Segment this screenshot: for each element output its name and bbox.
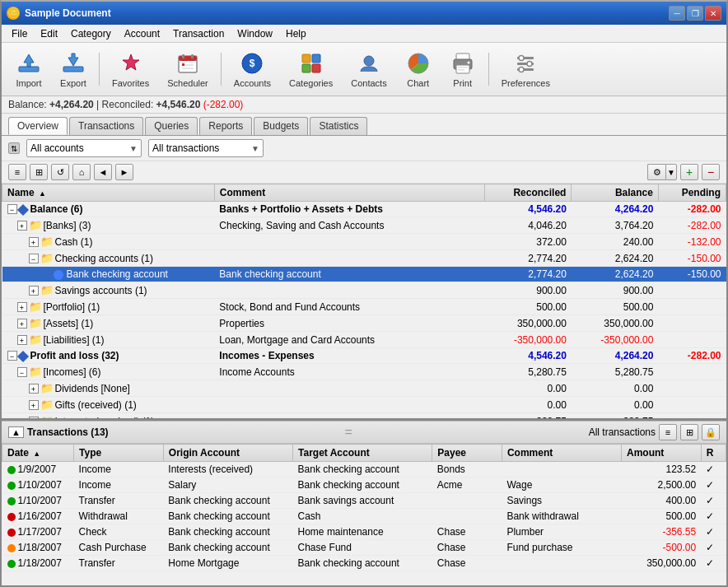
expand-icon[interactable]: +: [17, 302, 27, 312]
expand-icon[interactable]: +: [29, 384, 39, 394]
th-origin[interactable]: Origin Account: [163, 445, 292, 462]
trans-comment: Bank withdrawal: [502, 509, 621, 524]
trans-date: 1/10/2007: [2, 493, 74, 509]
th-type[interactable]: Type: [74, 445, 164, 462]
export-button[interactable]: Export: [53, 46, 94, 92]
close-button[interactable]: ✕: [705, 6, 721, 21]
transaction-row[interactable]: 1/10/2007IncomeSalaryBank checking accou…: [2, 478, 726, 493]
account-row[interactable]: −📁Checking accounts (1)2,774.202,624.20-…: [2, 250, 726, 267]
favorites-button[interactable]: Favorites: [105, 46, 156, 92]
account-row[interactable]: +📁[Banks] (3)Checking, Saving and Cash A…: [2, 217, 726, 234]
home-button[interactable]: ⌂: [72, 164, 91, 180]
restore-button[interactable]: ❐: [687, 6, 703, 21]
trans-lock-btn[interactable]: 🔒: [702, 424, 720, 440]
account-row[interactable]: −Balance (6)Banks + Portfolio + Assets +…: [2, 202, 726, 217]
settings-dropdown-arrow[interactable]: ▼: [665, 164, 677, 180]
expand-icon[interactable]: +: [29, 286, 39, 296]
minimize-button[interactable]: ─: [669, 6, 685, 21]
account-row[interactable]: −📁[Incomes] (6)Income Accounts5,280.755,…: [2, 364, 726, 380]
account-row[interactable]: +📁[Assets] (1)Properties350,000.00350,00…: [2, 315, 726, 332]
refresh-button[interactable]: ↺: [51, 164, 69, 180]
remove-button[interactable]: −: [702, 164, 720, 180]
import-button[interactable]: Import: [8, 46, 49, 92]
trans-comment: Fund purchase: [502, 540, 621, 556]
list-view-button[interactable]: ≡: [8, 164, 26, 180]
detail-view-button[interactable]: ⊞: [30, 164, 48, 180]
col-name[interactable]: Name ▲: [2, 184, 215, 202]
tab-budgets[interactable]: Budgets: [254, 117, 308, 135]
account-row[interactable]: +📁Dividends [None]0.000.00: [2, 380, 726, 397]
expand-icon[interactable]: +: [17, 319, 27, 328]
svg-rect-23: [458, 69, 464, 71]
account-row[interactable]: +📁[Portfolio] (1)Stock, Bond and Fund Ac…: [2, 299, 726, 315]
tab-statistics[interactable]: Statistics: [310, 117, 367, 135]
account-row[interactable]: Bank checking accountBank checking accou…: [2, 267, 726, 282]
account-name: +📁[Liabilities] (1): [2, 332, 215, 348]
menu-help[interactable]: Help: [279, 26, 313, 41]
print-button[interactable]: Print: [442, 46, 483, 92]
expand-icon[interactable]: −: [7, 351, 17, 361]
tab-overview[interactable]: Overview: [8, 117, 68, 135]
accounts-filter-arrow: ▼: [129, 144, 138, 153]
col-reconciled[interactable]: Reconciled: [484, 184, 571, 202]
transactions-filter[interactable]: All transactions ▼: [148, 139, 264, 157]
trans-origin: Bank checking account: [163, 509, 292, 524]
th-r[interactable]: R: [701, 445, 726, 462]
settings-combo[interactable]: ⚙ ▼: [647, 164, 677, 180]
col-balance[interactable]: Balance: [572, 184, 658, 202]
transaction-row[interactable]: 1/18/2007TransferHome MortgageBank check…: [2, 556, 726, 571]
accounts-button[interactable]: $ Accounts: [226, 46, 278, 92]
transaction-row[interactable]: 1/16/2007WithdrawalBank checking account…: [2, 509, 726, 524]
expand-icon[interactable]: +: [29, 237, 39, 247]
menu-file[interactable]: File: [5, 26, 34, 41]
toolbar-sep-2: [221, 53, 222, 86]
contacts-button[interactable]: Contacts: [343, 46, 394, 92]
menu-window[interactable]: Window: [231, 26, 279, 41]
menu-transaction[interactable]: Transaction: [166, 26, 231, 41]
th-date[interactable]: Date ▲: [2, 445, 74, 462]
sort-icon[interactable]: ⇅: [8, 142, 20, 154]
accounts-filter[interactable]: All accounts ▼: [26, 139, 142, 157]
chart-button[interactable]: Chart: [398, 46, 439, 92]
tab-transactions[interactable]: Transactions: [69, 117, 143, 135]
account-row[interactable]: +📁Savings accounts (1)900.00900.00: [2, 282, 726, 299]
account-row[interactable]: +📁[Liabilities] (1)Loan, Mortgage and Ca…: [2, 332, 726, 348]
account-reconciled: 0.00: [484, 397, 571, 413]
expand-icon[interactable]: −: [17, 367, 27, 377]
expand-icon[interactable]: +: [17, 221, 27, 231]
expand-icon[interactable]: −: [29, 254, 39, 263]
menu-category[interactable]: Category: [64, 26, 118, 41]
col-comment[interactable]: Comment: [214, 184, 484, 202]
prev-button[interactable]: ◄: [94, 164, 112, 180]
transaction-row[interactable]: 1/18/2007Cash PurchaseBank checking acco…: [2, 540, 726, 556]
th-comment[interactable]: Comment: [502, 445, 621, 462]
scheduler-button[interactable]: Scheduler: [160, 46, 216, 92]
add-button[interactable]: +: [680, 164, 698, 180]
account-name: +📁[Banks] (3): [2, 217, 215, 234]
transaction-row[interactable]: 1/17/2007CheckBank checking accountHome …: [2, 524, 726, 540]
preferences-button[interactable]: Preferences: [494, 46, 558, 92]
th-payee[interactable]: Payee: [432, 445, 502, 462]
th-target[interactable]: Target Account: [293, 445, 432, 462]
expand-icon[interactable]: +: [17, 335, 27, 345]
menu-account[interactable]: Account: [118, 26, 166, 41]
settings-button[interactable]: ⚙: [647, 164, 665, 180]
menu-edit[interactable]: Edit: [34, 26, 64, 41]
expand-icon[interactable]: +: [29, 400, 39, 410]
account-row[interactable]: −Profit and loss (32)Incomes - Expenses4…: [2, 348, 726, 364]
col-pending[interactable]: Pending: [658, 184, 726, 202]
account-row[interactable]: +📁Cash (1)372.00240.00-132.00: [2, 234, 726, 250]
tab-reports[interactable]: Reports: [199, 117, 252, 135]
transaction-row[interactable]: 1/9/2007IncomeInterests (received)Bank c…: [2, 462, 726, 478]
trans-view-btn-1[interactable]: ≡: [659, 424, 677, 440]
next-button[interactable]: ►: [115, 164, 133, 180]
tab-queries[interactable]: Queries: [145, 117, 198, 135]
transaction-row[interactable]: 1/10/2007TransferBank checking accountBa…: [2, 493, 726, 509]
th-amount[interactable]: Amount: [622, 445, 702, 462]
expand-collapse-icon[interactable]: ▲: [8, 426, 24, 438]
account-row[interactable]: +📁Gifts (received) (1)0.000.00: [2, 397, 726, 413]
expand-icon[interactable]: −: [7, 204, 17, 214]
trans-view-btn-2[interactable]: ⊞: [680, 424, 698, 440]
categories-button[interactable]: Categories: [282, 46, 340, 92]
account-row[interactable]: +📁Interests (received) (1)280.75280.75: [2, 413, 726, 422]
